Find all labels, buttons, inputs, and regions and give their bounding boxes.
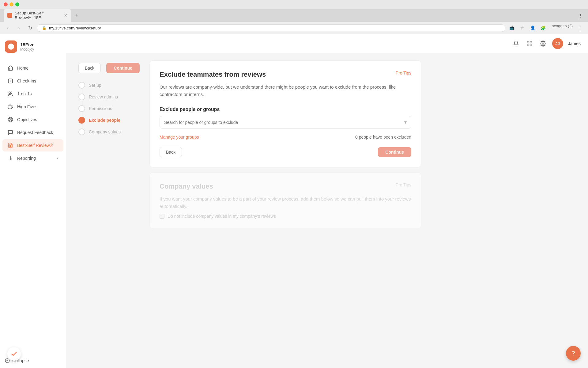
user-avatar[interactable]: JJ — [552, 38, 563, 49]
sidebar-item-reporting[interactable]: Reporting ▾ — [2, 152, 63, 164]
step-permissions: Permissions — [78, 103, 140, 114]
sidebar-item-requestfeedback[interactable]: Request Feedback — [2, 126, 63, 139]
top-back-button[interactable]: Back — [78, 63, 101, 73]
exclude-card-header: Exclude teammates from reviews Pro Tips — [160, 71, 411, 79]
company-values-description: If you want your company values to be a … — [160, 195, 411, 210]
browser-tab-active[interactable]: Set up Best-Self Review® · 15F ✕ — [4, 9, 71, 22]
app-header: JJ James — [66, 34, 588, 53]
brand-text: 15Five Moodjoy — [20, 42, 35, 52]
exclude-people-section: Exclude people or groups ▾ Manage your g… — [160, 107, 411, 140]
sidebar-label-reporting: Reporting — [17, 156, 36, 161]
top-nav: Back Continue — [78, 63, 140, 73]
close-dot[interactable] — [4, 2, 8, 6]
browser-menu-icon[interactable]: ⋮ — [577, 11, 584, 20]
exclude-people-card: Exclude teammates from reviews Pro Tips … — [149, 60, 421, 167]
wizard-main: Exclude teammates from reviews Pro Tips … — [149, 60, 421, 229]
browser-chrome: Set up Best-Self Review® · 15F ✕ + ⋮ ‹ ›… — [0, 0, 588, 34]
address-bar[interactable]: 🔒 my.15five.com/reviews/setup/ — [37, 24, 505, 32]
company-values-header: Company values Pro Tips — [160, 182, 411, 190]
objectives-icon — [7, 117, 13, 123]
notification-icon[interactable] — [512, 39, 520, 48]
svg-point-2 — [9, 92, 11, 94]
step-label-review-admins: Review admins — [89, 94, 118, 99]
user-name: James — [568, 41, 581, 46]
sidebar-item-home[interactable]: Home — [2, 62, 63, 74]
oneonones-icon — [7, 91, 13, 97]
brand-logo — [7, 43, 15, 50]
wizard-steps: Back Continue Set up Review admins Permi… — [78, 60, 140, 229]
grid-icon[interactable] — [525, 39, 534, 48]
checkmark-bubble[interactable] — [7, 347, 21, 361]
sidebar-item-highfives[interactable]: High Fives — [2, 101, 63, 113]
step-indicator-exclude-people — [78, 117, 85, 124]
support-icon: ? — [571, 350, 575, 357]
section-label-exclude: Exclude people or groups — [160, 107, 411, 112]
tab-close-button[interactable]: ✕ — [64, 13, 67, 18]
browser-toolbar: ‹ › ↻ 🔒 my.15five.com/reviews/setup/ 📺 ☆… — [0, 22, 588, 34]
exclude-search-dropdown[interactable]: ▾ — [160, 116, 411, 128]
sidebar-nav: Home Check-ins 1-on-1s Hig — [0, 59, 66, 353]
new-tab-button[interactable]: + — [72, 11, 81, 20]
chevron-down-icon: ▾ — [404, 119, 407, 125]
step-review-admins: Review admins — [78, 91, 140, 103]
url-text: my.15five.com/reviews/setup/ — [49, 26, 101, 30]
step-label-setup: Set up — [89, 83, 101, 88]
step-label-company-values: Company values — [89, 129, 121, 134]
home-icon — [7, 65, 13, 71]
company-values-title: Company values — [160, 182, 213, 190]
step-company-values: Company values — [78, 126, 140, 138]
step-indicator-company-values — [78, 128, 85, 135]
sidebar-label-checkins: Check-ins — [17, 79, 36, 83]
step-label-exclude-people: Exclude people — [89, 118, 120, 123]
cast-icon[interactable]: 📺 — [508, 24, 516, 32]
sidebar-label-bestselfreview: Best-Self Review® — [17, 143, 53, 148]
sidebar-item-oneonones[interactable]: 1-on-1s — [2, 88, 63, 100]
exclude-search-input[interactable] — [164, 120, 404, 125]
tab-favicon — [7, 13, 12, 18]
support-bubble[interactable]: ? — [566, 346, 581, 361]
user-initials: JJ — [556, 41, 560, 46]
top-continue-button[interactable]: Continue — [106, 63, 140, 73]
extensions-icon[interactable]: 🧩 — [539, 24, 548, 32]
sidebar-item-checkins[interactable]: Check-ins — [2, 75, 63, 87]
reporting-chevron-icon: ▾ — [57, 156, 58, 160]
feedback-icon — [7, 129, 13, 136]
step-setup: Set up — [78, 79, 140, 91]
exclude-continue-button[interactable]: Continue — [378, 147, 411, 157]
svg-rect-18 — [530, 44, 532, 46]
sidebar-item-bestselfreview[interactable]: Best-Self Review® — [2, 139, 63, 151]
main-content: JJ James Back Continue Set up — [66, 34, 588, 368]
reporting-icon — [7, 155, 13, 161]
exclude-pro-tips-link[interactable]: Pro Tips — [396, 71, 411, 75]
exclude-card-description: Our reviews are company-wide, but we und… — [160, 83, 411, 98]
svg-point-8 — [10, 119, 11, 120]
step-exclude-people: Exclude people — [78, 114, 140, 126]
collapse-icon — [5, 358, 10, 363]
browser-tab-bar: Set up Best-Self Review® · 15F ✕ + ⋮ — [0, 9, 588, 22]
browser-titlebar — [0, 0, 588, 9]
step-label-permissions: Permissions — [89, 106, 112, 111]
page-content: Back Continue Set up Review admins Permi… — [66, 53, 434, 236]
maximize-dot[interactable] — [15, 2, 19, 6]
manage-groups-link[interactable]: Manage your groups — [160, 135, 199, 140]
profile-icon[interactable]: 👤 — [529, 24, 537, 32]
forward-button[interactable]: › — [15, 24, 23, 32]
sidebar-label-objectives: Objectives — [17, 117, 37, 122]
svg-rect-16 — [527, 41, 529, 43]
settings-icon[interactable] — [539, 39, 547, 48]
brand-name: 15Five — [20, 42, 35, 47]
company-values-checkbox — [160, 214, 164, 219]
svg-point-0 — [8, 44, 14, 50]
checkins-icon — [7, 78, 13, 84]
brand-sub: Moodjoy — [20, 47, 35, 52]
minimize-dot[interactable] — [9, 2, 13, 6]
exclude-back-button[interactable]: Back — [160, 147, 182, 157]
review-icon — [7, 142, 13, 148]
browser-more-icon[interactable]: ⋮ — [576, 24, 584, 32]
sidebar-item-objectives[interactable]: Objectives — [2, 113, 63, 126]
sidebar: 15Five Moodjoy Home Check-ins — [0, 34, 66, 368]
bookmark-icon[interactable]: ☆ — [518, 24, 527, 32]
back-button[interactable]: ‹ — [4, 24, 12, 32]
sidebar-brand: 15Five Moodjoy — [0, 34, 66, 59]
reload-button[interactable]: ↻ — [26, 24, 34, 32]
